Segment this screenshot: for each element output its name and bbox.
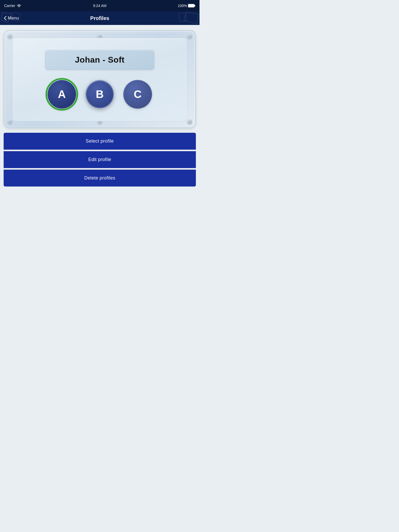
svg-marker-6 bbox=[179, 13, 187, 22]
edit-profile-button[interactable]: Edit profile bbox=[4, 151, 196, 168]
main-content: Johan - Soft A B C Select profile Edit p… bbox=[0, 25, 200, 192]
profile-name-box: Johan - Soft bbox=[45, 50, 154, 70]
nav-title: Profiles bbox=[90, 15, 109, 21]
profile-circle-a[interactable]: A bbox=[48, 80, 76, 109]
back-button[interactable]: Menu bbox=[4, 16, 19, 21]
battery-label: 100% bbox=[178, 4, 187, 8]
nav-decoration-right bbox=[166, 11, 200, 25]
card-panel: Johan - Soft A B C bbox=[4, 30, 196, 128]
profile-circle-c[interactable]: C bbox=[123, 80, 152, 109]
status-right: 100% bbox=[178, 4, 195, 8]
profile-c-label: C bbox=[134, 88, 142, 101]
carrier-label: Carrier bbox=[4, 4, 15, 8]
select-profile-button[interactable]: Select profile bbox=[4, 133, 196, 150]
svg-rect-1 bbox=[188, 4, 194, 7]
action-buttons: Select profile Edit profile Delete profi… bbox=[4, 133, 196, 187]
profile-name: Johan - Soft bbox=[75, 55, 125, 64]
status-bar: Carrier 9:24 AM 100% bbox=[0, 0, 200, 11]
svg-rect-2 bbox=[195, 5, 195, 6]
status-time: 9:24 AM bbox=[93, 4, 106, 8]
profiles-row: A B C bbox=[19, 78, 181, 111]
back-label: Menu bbox=[8, 16, 19, 21]
screw-bottom-right bbox=[187, 119, 192, 124]
inner-card: Johan - Soft A B C bbox=[12, 38, 187, 121]
screw-bottom-left bbox=[7, 119, 12, 124]
svg-marker-5 bbox=[184, 12, 198, 24]
status-left: Carrier bbox=[4, 4, 21, 8]
profile-b-label: B bbox=[96, 88, 104, 101]
screw-top-right bbox=[187, 34, 192, 39]
svg-point-0 bbox=[19, 7, 19, 7]
profile-a-label: A bbox=[58, 88, 66, 101]
delete-profiles-button[interactable]: Delete profiles bbox=[4, 170, 196, 187]
wifi-icon bbox=[17, 4, 21, 7]
battery-icon bbox=[188, 4, 195, 8]
nav-bar: Menu Profiles bbox=[0, 11, 200, 25]
profile-circle-b[interactable]: B bbox=[85, 80, 114, 109]
screw-top-left bbox=[7, 34, 12, 39]
